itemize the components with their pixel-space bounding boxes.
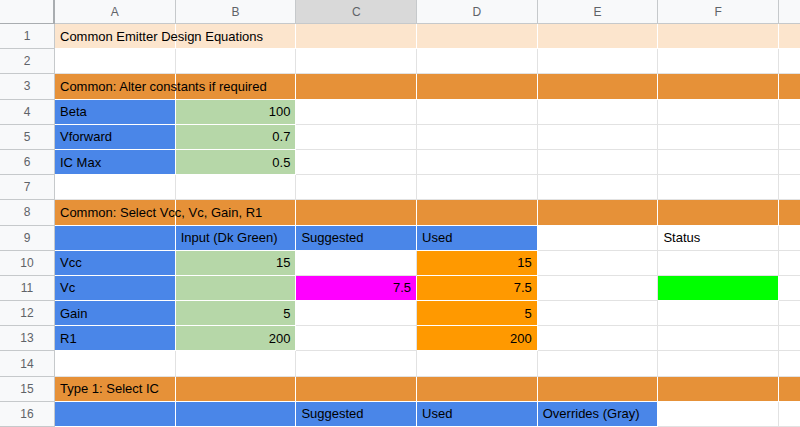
cell-A12[interactable]: Gain bbox=[55, 301, 176, 326]
cell-E15[interactable] bbox=[538, 377, 659, 402]
cell-B4[interactable]: 100 bbox=[176, 100, 297, 125]
row-header-1[interactable]: 1 bbox=[0, 24, 55, 49]
cell-C12[interactable] bbox=[296, 301, 417, 326]
cell-B14[interactable] bbox=[176, 351, 297, 376]
cell-C15[interactable] bbox=[296, 377, 417, 402]
cell-F8[interactable] bbox=[658, 200, 779, 225]
col-header-D[interactable]: D bbox=[417, 0, 538, 24]
cell-D3[interactable] bbox=[417, 74, 538, 99]
row-header-11[interactable]: 11 bbox=[0, 276, 55, 301]
cell-E10[interactable] bbox=[538, 251, 659, 276]
cell-C8[interactable] bbox=[296, 200, 417, 225]
row-header-5[interactable]: 5 bbox=[0, 125, 55, 150]
cell-E3[interactable] bbox=[538, 74, 659, 99]
cell-F9[interactable]: Status bbox=[658, 226, 779, 251]
col-header-C[interactable]: C bbox=[296, 0, 417, 24]
cell-C6[interactable] bbox=[296, 150, 417, 175]
cell-G6[interactable] bbox=[779, 150, 800, 175]
col-header-G[interactable] bbox=[779, 0, 800, 24]
cell-G2[interactable] bbox=[779, 49, 800, 74]
row-header-15[interactable]: 15 bbox=[0, 377, 55, 402]
cell-C5[interactable] bbox=[296, 125, 417, 150]
cell-E12[interactable] bbox=[538, 301, 659, 326]
cell-A4[interactable]: Beta bbox=[55, 100, 176, 125]
row-header-12[interactable]: 12 bbox=[0, 301, 55, 326]
row-header-4[interactable]: 4 bbox=[0, 100, 55, 125]
cell-F4[interactable] bbox=[658, 100, 779, 125]
cell-A11[interactable]: Vc bbox=[55, 276, 176, 301]
cell-A1[interactable]: Common Emitter Design Equations bbox=[55, 24, 176, 49]
col-header-B[interactable]: B bbox=[176, 0, 297, 24]
cell-B7[interactable] bbox=[176, 175, 297, 200]
cell-D8[interactable] bbox=[417, 200, 538, 225]
cell-F15[interactable] bbox=[658, 377, 779, 402]
cell-E13[interactable] bbox=[538, 326, 659, 351]
cell-F7[interactable] bbox=[658, 175, 779, 200]
cell-E1[interactable] bbox=[538, 24, 659, 49]
cell-D16[interactable]: Used bbox=[417, 402, 538, 427]
cell-F3[interactable] bbox=[658, 74, 779, 99]
cell-D14[interactable] bbox=[417, 351, 538, 376]
cell-A6[interactable]: IC Max bbox=[55, 150, 176, 175]
cell-G12[interactable] bbox=[779, 301, 800, 326]
row-header-10[interactable]: 10 bbox=[0, 251, 55, 276]
cell-D11[interactable]: 7.5 bbox=[417, 276, 538, 301]
cell-C9[interactable]: Suggested bbox=[296, 226, 417, 251]
cell-B10[interactable]: 15 bbox=[176, 251, 297, 276]
cell-A2[interactable] bbox=[55, 49, 176, 74]
cell-E14[interactable] bbox=[538, 351, 659, 376]
cell-E11[interactable] bbox=[538, 276, 659, 301]
cell-G8[interactable] bbox=[779, 200, 800, 225]
cell-F11[interactable] bbox=[658, 276, 779, 301]
cell-G3[interactable] bbox=[779, 74, 800, 99]
cell-A10[interactable]: Vcc bbox=[55, 251, 176, 276]
cell-F14[interactable] bbox=[658, 351, 779, 376]
cell-E5[interactable] bbox=[538, 125, 659, 150]
row-header-7[interactable]: 7 bbox=[0, 175, 55, 200]
row-header-6[interactable]: 6 bbox=[0, 150, 55, 175]
cell-B2[interactable] bbox=[176, 49, 297, 74]
cell-B12[interactable]: 5 bbox=[176, 301, 297, 326]
cell-G15[interactable] bbox=[779, 377, 800, 402]
cell-D7[interactable] bbox=[417, 175, 538, 200]
cell-F10[interactable] bbox=[658, 251, 779, 276]
cell-A3[interactable]: Common: Alter constants if required bbox=[55, 74, 176, 99]
cell-C2[interactable] bbox=[296, 49, 417, 74]
cell-C10[interactable] bbox=[296, 251, 417, 276]
cell-F5[interactable] bbox=[658, 125, 779, 150]
cell-E9[interactable] bbox=[538, 226, 659, 251]
cell-C7[interactable] bbox=[296, 175, 417, 200]
cell-A9[interactable] bbox=[55, 226, 176, 251]
cell-B9[interactable]: Input (Dk Green) bbox=[176, 226, 297, 251]
cell-B16[interactable] bbox=[176, 402, 297, 427]
cell-B15[interactable] bbox=[176, 377, 297, 402]
cell-E16[interactable]: Overrides (Gray) bbox=[538, 402, 659, 427]
cell-C13[interactable] bbox=[296, 326, 417, 351]
cell-D9[interactable]: Used bbox=[417, 226, 538, 251]
cell-C11[interactable]: 7.5 bbox=[296, 276, 417, 301]
cell-F6[interactable] bbox=[658, 150, 779, 175]
cell-C16[interactable]: Suggested bbox=[296, 402, 417, 427]
row-header-13[interactable]: 13 bbox=[0, 326, 55, 351]
cell-B11[interactable] bbox=[176, 276, 297, 301]
cell-G11[interactable] bbox=[779, 276, 800, 301]
row-header-8[interactable]: 8 bbox=[0, 200, 55, 225]
cell-A5[interactable]: Vforward bbox=[55, 125, 176, 150]
cell-G9[interactable] bbox=[779, 226, 800, 251]
cell-G10[interactable] bbox=[779, 251, 800, 276]
cell-D15[interactable] bbox=[417, 377, 538, 402]
cell-D6[interactable] bbox=[417, 150, 538, 175]
cell-D13[interactable]: 200 bbox=[417, 326, 538, 351]
cell-F12[interactable] bbox=[658, 301, 779, 326]
cell-B5[interactable]: 0.7 bbox=[176, 125, 297, 150]
cell-E2[interactable] bbox=[538, 49, 659, 74]
cell-B13[interactable]: 200 bbox=[176, 326, 297, 351]
cell-B6[interactable]: 0.5 bbox=[176, 150, 297, 175]
cell-C3[interactable] bbox=[296, 74, 417, 99]
cell-G5[interactable] bbox=[779, 125, 800, 150]
row-header-9[interactable]: 9 bbox=[0, 226, 55, 251]
cell-G16[interactable] bbox=[779, 402, 800, 427]
cell-E4[interactable] bbox=[538, 100, 659, 125]
cell-D10[interactable]: 15 bbox=[417, 251, 538, 276]
row-header-14[interactable]: 14 bbox=[0, 351, 55, 376]
